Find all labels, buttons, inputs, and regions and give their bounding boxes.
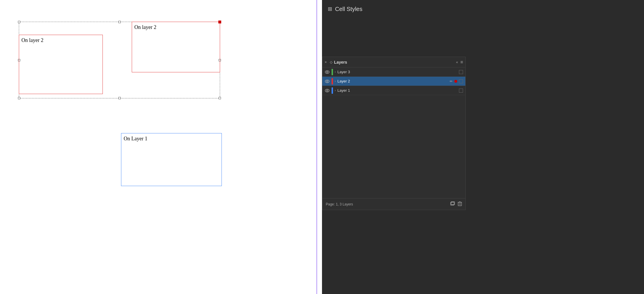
layer-row-layer2[interactable]: › Layer 2 ✏ bbox=[322, 77, 465, 86]
frame-layer1-text: On Layer 1 bbox=[124, 136, 147, 142]
svg-point-5 bbox=[327, 90, 328, 91]
frame-layer2-right[interactable]: On layer 2 bbox=[132, 22, 220, 72]
layer1-color-bar bbox=[332, 87, 333, 94]
frame-layer2-left[interactable]: On layer 2 bbox=[19, 35, 103, 94]
layers-panel-footer: Page: 1, 3 Layers bbox=[322, 198, 465, 210]
handle-top-left[interactable] bbox=[18, 21, 20, 23]
layer2-expand[interactable]: › bbox=[335, 80, 336, 83]
footer-page-info: Page: 1, 3 Layers bbox=[326, 202, 353, 206]
layer3-color-bar bbox=[332, 69, 333, 75]
layers-panel-title: Layers bbox=[334, 60, 347, 65]
red-overflow-handle[interactable] bbox=[218, 21, 221, 23]
handle-bottom-right[interactable] bbox=[219, 97, 221, 99]
eye-icon-layer3[interactable] bbox=[325, 69, 330, 75]
layers-panel-header: × ◇ Layers « ≡ bbox=[322, 57, 465, 67]
layer1-checkbox[interactable] bbox=[459, 89, 463, 93]
right-panels: ⊞ Cell Styles × ◇ Layers « ≡ bbox=[322, 0, 644, 294]
svg-rect-8 bbox=[458, 202, 462, 206]
layers-panel-menu[interactable]: ≡ bbox=[460, 60, 463, 65]
layers-collapse-icon: ◇ bbox=[330, 60, 332, 64]
delete-layer-button[interactable] bbox=[458, 201, 462, 207]
layer2-name: Layer 2 bbox=[337, 79, 448, 83]
new-layer-button[interactable] bbox=[450, 201, 455, 207]
layer2-pen-icon: ✏ bbox=[450, 79, 453, 83]
handle-bottom-left[interactable] bbox=[18, 97, 20, 99]
svg-point-2 bbox=[325, 80, 329, 83]
frame-layer1[interactable]: On Layer 1 bbox=[121, 133, 222, 186]
layers-panel-close[interactable]: × bbox=[325, 60, 327, 64]
canvas-area: On layer 2 On layer 2 On Layer 1 bbox=[0, 0, 322, 294]
panel-collapse-btn[interactable]: « bbox=[456, 60, 458, 64]
svg-point-1 bbox=[327, 71, 328, 73]
layers-panel: × ◇ Layers « ≡ › Layer 3 bbox=[322, 57, 466, 210]
layer3-expand[interactable]: › bbox=[335, 70, 336, 74]
frame-layer2-left-text: On layer 2 bbox=[21, 37, 43, 43]
layer1-expand[interactable]: › bbox=[335, 89, 336, 92]
layer2-active-dot bbox=[454, 80, 457, 83]
eye-icon-layer2[interactable] bbox=[325, 79, 330, 84]
layer-row-layer3[interactable]: › Layer 3 bbox=[322, 67, 465, 77]
layer-row-layer1[interactable]: › Layer 1 bbox=[322, 86, 465, 95]
handle-top-center[interactable] bbox=[118, 21, 121, 23]
layer2-checkbox[interactable] bbox=[459, 79, 463, 83]
cell-styles-title: Cell Styles bbox=[335, 6, 362, 12]
layer1-name: Layer 1 bbox=[337, 88, 457, 93]
layer3-checkbox[interactable] bbox=[459, 70, 463, 74]
eye-icon-layer1[interactable] bbox=[325, 88, 330, 93]
guide-line bbox=[316, 0, 317, 294]
svg-point-0 bbox=[325, 71, 329, 74]
cell-styles-panel: ⊞ Cell Styles bbox=[322, 0, 644, 18]
svg-point-4 bbox=[325, 89, 329, 92]
svg-point-3 bbox=[327, 80, 328, 82]
layer3-name: Layer 3 bbox=[337, 70, 457, 74]
handle-bottom-center[interactable] bbox=[118, 97, 121, 99]
cell-styles-icon: ⊞ bbox=[328, 6, 332, 12]
frame-layer2-right-text: On layer 2 bbox=[134, 24, 156, 30]
layer2-color-bar bbox=[332, 78, 333, 84]
